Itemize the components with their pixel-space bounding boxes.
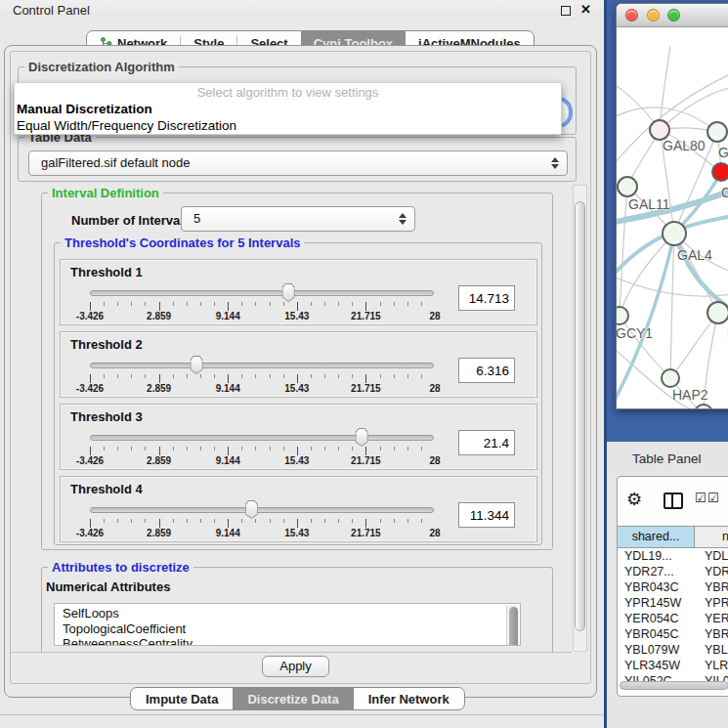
table-row[interactable]: YIL052CYIL0 <box>618 673 728 681</box>
columns-icon[interactable] <box>664 492 683 509</box>
slider-tick-labels: -3.4262.8599.14415.4321.71528 <box>90 311 435 322</box>
threshold-label: Threshold 3 <box>70 409 143 424</box>
settings-vertical-scrollbar[interactable] <box>573 185 587 652</box>
cell-name[interactable]: YLR3 <box>695 658 728 673</box>
network-node[interactable] <box>707 121 728 143</box>
table-row[interactable]: YBL079WYBL0 <box>618 642 728 658</box>
slider-tick-labels: -3.4262.8599.14415.4321.71528 <box>90 455 435 467</box>
table-horizontal-scrollbar[interactable] <box>620 681 728 691</box>
network-canvas[interactable]: GAL80GACGAL11GAL4GCY1HHAP2 <box>617 28 728 408</box>
cell-shared-name[interactable]: YDL19... <box>618 548 695 564</box>
tick-label: 28 <box>429 528 440 538</box>
network-node-label: GAL11 <box>628 196 670 212</box>
cell-name[interactable]: YIL0 <box>695 673 728 681</box>
cell-name[interactable]: YER0 <box>695 611 728 626</box>
cell-shared-name[interactable]: YBR043C <box>618 579 695 595</box>
network-node[interactable] <box>617 176 638 197</box>
tab-impute-data[interactable]: Impute Data <box>131 688 233 709</box>
table-row[interactable]: YBR045CYBR0 <box>618 626 728 642</box>
cell-shared-name[interactable]: YBL079W <box>618 642 695 658</box>
threshold-slider-track[interactable] <box>90 435 434 441</box>
table-row[interactable]: YPR145WYPR1 <box>618 595 728 611</box>
cell-name[interactable]: YBR0 <box>695 579 728 595</box>
network-node[interactable] <box>662 221 687 246</box>
network-window-titlebar <box>617 4 728 27</box>
cell-shared-name[interactable]: YDR27... <box>618 564 695 579</box>
tick-label: 2.859 <box>147 311 171 321</box>
scrollbar-thumb[interactable] <box>575 201 585 631</box>
interval-definition-group: Interval Definition Number of Intervals … <box>41 193 553 550</box>
threshold-value-field[interactable] <box>458 285 515 311</box>
threshold-label: Threshold 1 <box>70 265 143 279</box>
cell-shared-name[interactable]: YIL052C <box>618 673 695 681</box>
slider-tick-labels: -3.4262.8599.14415.4321.71528 <box>90 528 435 539</box>
table-row[interactable]: YBR043CYBR0 <box>618 579 728 595</box>
tick-label: 21.715 <box>351 311 381 321</box>
column-header-shared-name[interactable]: shared... <box>618 527 695 547</box>
network-node-label: C <box>721 185 728 200</box>
threshold-slider-track[interactable] <box>90 507 434 513</box>
combo-stepper-icon <box>551 157 559 169</box>
close-traffic-light-icon[interactable] <box>625 9 638 21</box>
slider-tick-marks <box>90 302 435 311</box>
tab-discretize-data[interactable]: Discretize Data <box>233 688 353 709</box>
tick-label: -3.426 <box>76 528 104 538</box>
number-of-intervals-value: 5 <box>193 211 200 226</box>
attribute-list-item[interactable]: TopologicalCoefficient <box>63 621 520 637</box>
popup-option-equal-width-frequency[interactable]: Equal Width/Frequency Discretization <box>15 117 561 134</box>
attributes-group-title: Attributes to discretize <box>48 560 193 575</box>
cell-shared-name[interactable]: YBR045C <box>618 626 695 642</box>
table-data-combobox-value: galFiltered.sif default node <box>41 155 190 170</box>
scrollbar-thumb[interactable] <box>620 681 728 690</box>
cell-name[interactable]: YBR0 <box>695 626 728 642</box>
attributes-scrollbar[interactable] <box>506 605 519 646</box>
tick-label: 9.144 <box>216 528 240 538</box>
interval-definition-title: Interval Definition <box>48 186 163 200</box>
cell-name[interactable]: YDL1 <box>695 548 728 564</box>
numerical-attributes-list[interactable]: SelfLoopsTopologicalCoefficientBetweenne… <box>54 603 521 646</box>
close-icon[interactable]: ✕ <box>580 2 591 17</box>
cell-shared-name[interactable]: YPR145W <box>618 595 695 611</box>
network-node[interactable] <box>707 301 728 324</box>
float-window-icon[interactable] <box>561 6 571 16</box>
table-data-combobox[interactable]: galFiltered.sif default node <box>28 150 568 176</box>
number-of-intervals-combobox[interactable]: 5 <box>181 206 415 232</box>
tick-label: 9.144 <box>216 455 240 466</box>
tab-impute-data-label: Impute Data <box>146 692 218 707</box>
cell-shared-name[interactable]: YER054C <box>618 611 695 626</box>
attribute-list-item[interactable]: SelfLoops <box>63 606 520 621</box>
attribute-list-item[interactable]: BetweennessCentrality <box>63 636 520 646</box>
minimize-traffic-light-icon[interactable] <box>647 9 660 21</box>
column-header-name[interactable]: na <box>695 527 728 547</box>
table-row[interactable]: YLR345WYLR3 <box>618 658 728 673</box>
network-edges <box>617 28 728 408</box>
threshold-value-field[interactable] <box>458 430 515 455</box>
tab-infer-network-label: Infer Network <box>368 692 450 707</box>
threshold-slider-track[interactable] <box>90 363 434 368</box>
checkbox-icon[interactable]: ☑ <box>707 491 719 505</box>
tab-infer-network[interactable]: Infer Network <box>354 688 464 709</box>
table-row[interactable]: YDR27...YDR2 <box>618 564 728 579</box>
threshold-value-field[interactable] <box>458 358 515 383</box>
discretization-algorithm-title: Discretization Algorithm <box>24 60 179 74</box>
table-row[interactable]: YER054CYER0 <box>618 611 728 626</box>
threshold-slider-track[interactable] <box>90 290 434 296</box>
cell-name[interactable]: YDR2 <box>695 564 728 579</box>
table-card: ⚙ ☑ ☑ shared... na YDL19...YDL1YDR27...Y… <box>617 476 728 697</box>
gear-icon[interactable]: ⚙ <box>626 489 642 510</box>
zoom-traffic-light-icon[interactable] <box>667 9 680 21</box>
network-node[interactable] <box>711 162 728 182</box>
cell-name[interactable]: YBL0 <box>695 642 728 658</box>
checkbox-icon[interactable]: ☑ <box>695 491 707 505</box>
table-body: YDL19...YDL1YDR27...YDR2YBR043CYBR0YPR14… <box>618 548 728 681</box>
threshold-value-field[interactable] <box>458 502 515 528</box>
popup-option-manual-discretization[interactable]: Manual Discretization <box>15 101 561 117</box>
cell-shared-name[interactable]: YLR345W <box>618 658 695 673</box>
tab-discretize-data-label: Discretize Data <box>247 692 338 707</box>
apply-button[interactable]: Apply <box>262 656 329 677</box>
table-row[interactable]: YDL19...YDL1 <box>618 548 728 564</box>
network-node[interactable] <box>661 368 680 388</box>
numerical-attributes-heading: Numerical Attributes <box>46 579 170 594</box>
network-node-label: GA <box>718 145 728 160</box>
cell-name[interactable]: YPR1 <box>695 595 728 611</box>
